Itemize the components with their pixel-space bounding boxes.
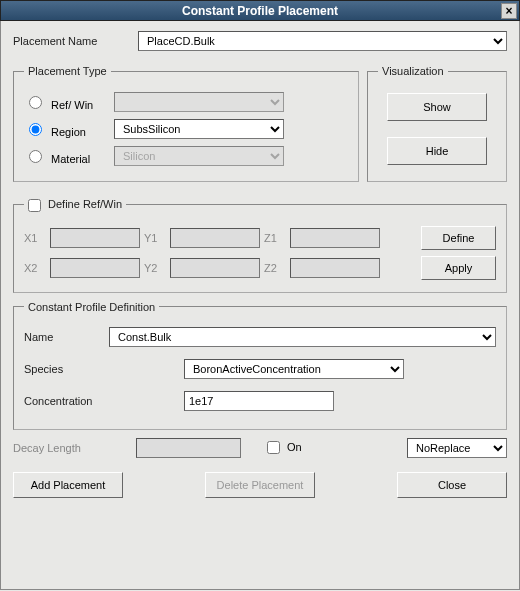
replace-select[interactable]: NoReplace [407, 438, 507, 458]
material-radio[interactable] [29, 150, 42, 163]
placement-type-group: Placement Type Ref/ Win Region SubsSilic… [13, 65, 359, 182]
name-select[interactable]: Const.Bulk [109, 327, 496, 347]
on-checkbox-label[interactable]: On [267, 441, 302, 455]
region-radio-label[interactable]: Region [24, 120, 114, 138]
placement-type-legend: Placement Type [24, 65, 111, 77]
x1-input [50, 228, 140, 248]
y1-input [170, 228, 260, 248]
window-body: Placement Name PlaceCD.Bulk Placement Ty… [0, 21, 520, 590]
species-label: Species [24, 363, 184, 375]
z1-label: Z1 [264, 232, 286, 244]
titlebar: Constant Profile Placement × [0, 0, 520, 21]
on-checkbox[interactable] [267, 441, 280, 454]
close-button[interactable]: Close [397, 472, 507, 498]
material-radio-label[interactable]: Material [24, 147, 114, 165]
profile-definition-group: Constant Profile Definition Name Const.B… [13, 301, 507, 430]
placement-name-select[interactable]: PlaceCD.Bulk [138, 31, 507, 51]
profile-legend: Constant Profile Definition [24, 301, 159, 313]
window-title: Constant Profile Placement [182, 4, 338, 18]
z1-input [290, 228, 380, 248]
refwin-radio[interactable] [29, 96, 42, 109]
y2-label: Y2 [144, 262, 166, 274]
delete-placement-button: Delete Placement [205, 472, 315, 498]
name-label: Name [24, 331, 109, 343]
refwin-select [114, 92, 284, 112]
define-button[interactable]: Define [421, 226, 496, 250]
region-select[interactable]: SubsSilicon [114, 119, 284, 139]
define-refwin-checkbox[interactable] [28, 199, 41, 212]
region-radio[interactable] [29, 123, 42, 136]
visualization-group: Visualization Show Hide [367, 65, 507, 182]
concentration-label: Concentration [24, 395, 184, 407]
y1-label: Y1 [144, 232, 166, 244]
define-refwin-legend[interactable]: Define Ref/Win [24, 198, 126, 212]
z2-label: Z2 [264, 262, 286, 274]
concentration-input[interactable] [184, 391, 334, 411]
apply-button[interactable]: Apply [421, 256, 496, 280]
x1-label: X1 [24, 232, 46, 244]
show-button[interactable]: Show [387, 93, 487, 121]
decay-length-input [136, 438, 241, 458]
material-select: Silicon [114, 146, 284, 166]
add-placement-button[interactable]: Add Placement [13, 472, 123, 498]
refwin-radio-label[interactable]: Ref/ Win [24, 93, 114, 111]
z2-input [290, 258, 380, 278]
close-icon[interactable]: × [501, 3, 517, 19]
visualization-legend: Visualization [378, 65, 448, 77]
species-select[interactable]: BoronActiveConcentration [184, 359, 404, 379]
decay-length-label: Decay Length [13, 442, 128, 454]
x2-input [50, 258, 140, 278]
placement-name-label: Placement Name [13, 35, 138, 47]
hide-button[interactable]: Hide [387, 137, 487, 165]
x2-label: X2 [24, 262, 46, 274]
y2-input [170, 258, 260, 278]
define-refwin-group: Define Ref/Win X1 Y1 Z1 Define X2 Y2 Z2 … [13, 198, 507, 293]
